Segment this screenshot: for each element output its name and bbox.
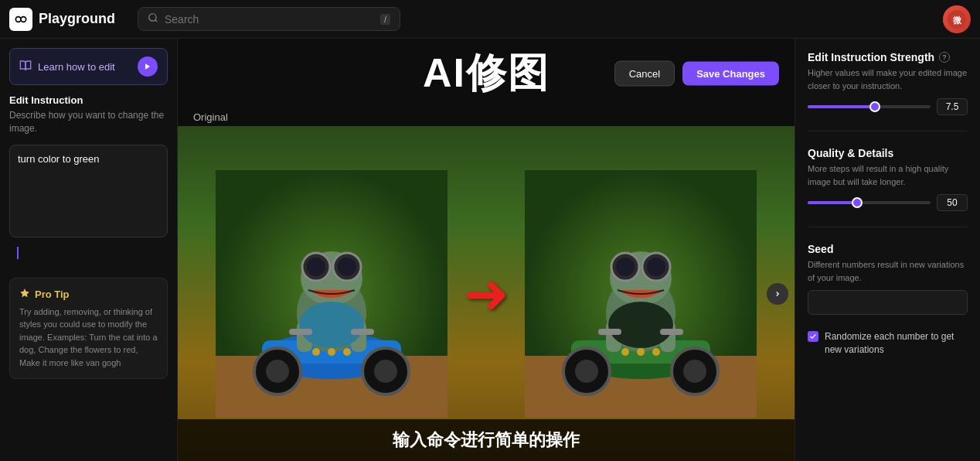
svg-marker-9 [20,289,29,297]
play-button[interactable] [138,56,158,77]
cancel-button[interactable]: Cancel [614,61,675,87]
svg-rect-49 [598,329,621,335]
strength-section: Edit Instruction Strength ? Higher value… [808,51,968,115]
quality-slider-thumb[interactable] [852,197,863,208]
seed-title: Seed [808,243,968,255]
strength-info-icon[interactable]: ? [939,52,950,63]
quality-value[interactable]: 50 [937,194,968,211]
learn-how-to-edit-button[interactable]: Learn how to edit [9,48,168,85]
svg-point-48 [608,302,673,348]
header: Playground / 微 [0,0,980,39]
svg-point-39 [683,360,706,383]
search-icon [148,12,158,26]
learn-btn-label: Learn how to edit [38,61,115,73]
canvas-title: AI修图 [423,46,550,101]
edit-instruction-section: Edit Instruction Describe how you want t… [9,94,168,135]
randomize-label: Randomize each number to get new variati… [825,330,968,357]
divider-1 [808,131,968,131]
edit-instruction-title: Edit Instruction [9,94,168,106]
svg-point-22 [307,258,325,276]
svg-point-51 [621,348,629,356]
svg-text:微: 微 [952,15,962,24]
arrow-container: ➜ [447,267,525,321]
logo-area: Playground [9,8,125,31]
svg-point-17 [374,360,397,383]
quality-slider-fill [808,201,857,204]
svg-rect-50 [660,329,683,335]
pro-tip-box: Pro Tip Try adding, removing, or thinkin… [9,278,168,380]
pro-tip-text: Try adding, removing, or thinking of sty… [19,306,158,370]
original-frog-svg [216,170,447,418]
quality-slider-track[interactable] [808,201,931,204]
learn-btn-content: Learn how to edit [19,60,115,74]
instruction-input[interactable]: turn color to green [9,145,168,237]
strength-desc: Higher values will make your edited imag… [808,67,968,92]
star-icon [19,288,30,301]
svg-point-23 [338,258,356,276]
svg-point-29 [312,348,320,356]
red-arrow-icon: ➜ [464,267,509,321]
svg-point-53 [652,348,660,356]
randomize-row: Randomize each number to get new variati… [808,330,968,357]
avatar-inner: 微 [943,5,971,33]
image-container: ➜ [178,126,795,461]
canvas-area: AI修图 Cancel Save Changes Original [178,39,795,461]
search-input[interactable] [165,13,374,26]
strength-slider-row: 7.5 [808,98,968,115]
svg-point-26 [299,302,364,348]
subtitle-overlay: 输入命令进行简单的操作 [178,419,795,461]
seed-section: Seed Different numbers result in new var… [808,243,968,315]
svg-point-30 [328,348,335,356]
edit-instruction-desc: Describe how you want to change the imag… [9,109,168,135]
quality-title: Quality & Details [808,147,968,159]
strength-title: Edit Instruction Strength ? [808,51,968,63]
instruction-input-container: turn color to green [9,145,168,268]
text-cursor [17,247,19,259]
svg-point-45 [647,258,665,276]
book-icon [19,60,32,74]
kbd-shortcut: / [380,14,390,25]
svg-rect-27 [289,329,312,335]
avatar[interactable]: 微 [943,5,971,33]
edited-image [525,170,757,418]
save-changes-button[interactable]: Save Changes [682,62,779,86]
quality-slider-row: 50 [808,194,968,211]
strength-slider-track[interactable] [808,105,931,108]
app-title: Playground [39,11,115,27]
logo-icon [9,8,32,31]
svg-point-31 [343,348,351,356]
svg-rect-28 [351,329,374,335]
quality-section: Quality & Details More steps will result… [808,147,968,211]
svg-point-15 [266,360,289,383]
canvas-header: AI修图 Cancel Save Changes [178,39,795,108]
main-layout: Learn how to edit Edit Instruction Descr… [0,39,980,461]
strength-slider-thumb[interactable] [869,101,880,112]
svg-point-4 [149,14,156,21]
pro-tip-title: Pro Tip [19,288,158,301]
svg-line-5 [155,20,158,22]
svg-point-3 [22,17,26,21]
divider-2 [808,227,968,227]
right-panel: Edit Instruction Strength ? Higher value… [795,39,980,461]
svg-point-37 [575,360,598,383]
strength-value[interactable]: 7.5 [937,98,968,115]
subtitle-text: 输入命令进行简单的操作 [393,430,580,449]
scroll-right-button[interactable] [767,283,788,305]
randomize-checkbox[interactable] [808,331,818,342]
quality-desc: More steps will result in a high quality… [808,162,968,188]
search-bar[interactable]: / [138,7,400,31]
strength-slider-fill [808,105,875,108]
original-label: Original [178,108,795,126]
seed-input[interactable] [808,290,968,315]
canvas-actions: Cancel Save Changes [614,61,779,87]
edited-frog-svg [525,170,757,418]
seed-desc: Different numbers result in new variatio… [808,258,968,284]
svg-marker-8 [145,63,150,70]
svg-point-52 [637,348,645,356]
left-sidebar: Learn how to edit Edit Instruction Descr… [0,39,178,461]
original-image [216,170,447,418]
frog-scene: ➜ [178,126,795,461]
svg-point-44 [616,258,635,276]
svg-point-2 [16,17,20,21]
